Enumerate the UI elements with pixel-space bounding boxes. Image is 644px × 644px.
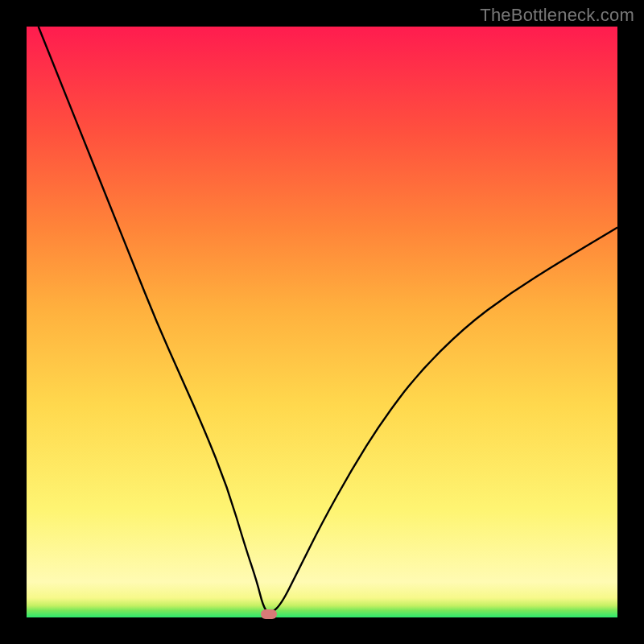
curve-path bbox=[39, 27, 617, 613]
chart-frame: TheBottleneck.com bbox=[0, 0, 644, 644]
watermark-text: TheBottleneck.com bbox=[480, 5, 634, 26]
bottleneck-curve bbox=[27, 27, 617, 617]
optimal-marker bbox=[261, 609, 277, 619]
plot-area bbox=[27, 27, 617, 617]
